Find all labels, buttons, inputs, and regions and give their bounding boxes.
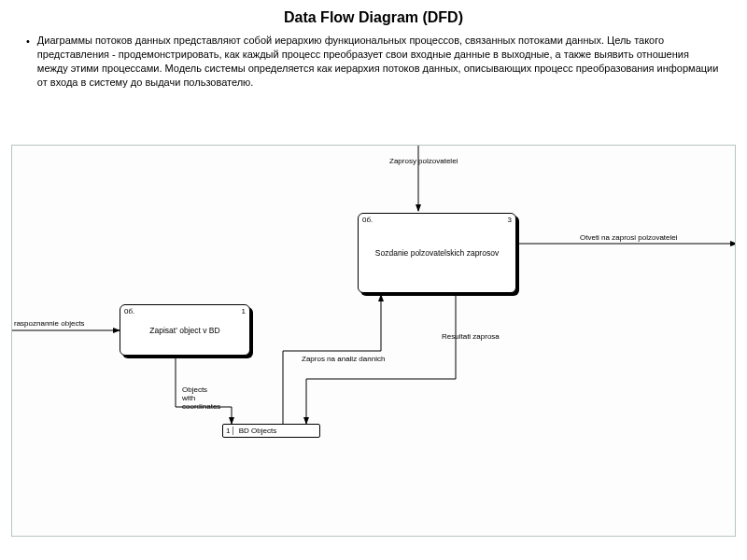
bullet-dot: • [26,35,30,89]
flow-resultati-label: Resultati zaprosa [442,332,500,341]
datastore-box: 1 BD Objects [222,424,320,438]
flow-otveti-label: Otveti na zaprosi polzovatelei [580,233,678,242]
process-1-label: Zapisat' object v BD [127,326,243,335]
process-3-box: 0б. 3 Sozdanie polzovatelskich zaprosov [358,213,516,293]
page-title: Data Flow Diagram (DFD) [19,9,728,26]
datastore-label: BD Objects [239,427,276,435]
process-1-prefix: 0б. [124,307,134,315]
process-1-num: 1 [242,307,246,315]
flow-zaprosy-label: Zaprosy polzovatelei [389,157,458,165]
flow-zapros-analiz-label: Zapros na analiz dannich [302,355,385,363]
header-section: Data Flow Diagram (DFD) • Диаграммы пото… [0,0,747,93]
process-3-prefix: 0б. [362,216,373,224]
flow-objects-coords-label: Objects with coordinates [182,386,220,411]
flow-raspoznannie-label: raspoznannie objects [14,319,85,328]
datastore-num: 1 [226,427,233,435]
description-text: Диаграммы потоков данных представляют со… [37,34,721,89]
process-1-box: 0б. 1 Zapisat' object v BD [120,304,250,356]
description-paragraph: • Диаграммы потоков данных представляют … [19,34,728,89]
process-3-num: 3 [508,216,512,224]
process-3-label: Sozdanie polzovatelskich zaprosov [366,248,507,258]
diagram-canvas: 0б. 1 Zapisat' object v BD 0б. 3 Sozdani… [11,145,736,537]
